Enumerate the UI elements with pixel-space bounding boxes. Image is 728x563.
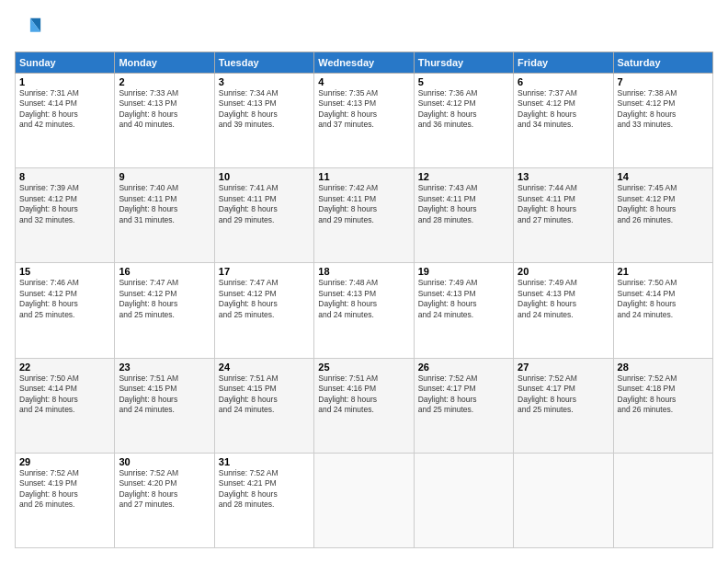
logo-icon: [15, 15, 42, 42]
calendar-cell: 20Sunrise: 7:49 AM Sunset: 4:13 PM Dayli…: [514, 263, 613, 358]
day-info: Sunrise: 7:51 AM Sunset: 4:16 PM Dayligh…: [318, 373, 409, 416]
calendar-cell: 3Sunrise: 7:34 AM Sunset: 4:13 PM Daylig…: [214, 74, 313, 168]
day-info: Sunrise: 7:52 AM Sunset: 4:21 PM Dayligh…: [219, 468, 310, 511]
day-info: Sunrise: 7:48 AM Sunset: 4:13 PM Dayligh…: [318, 278, 409, 320]
day-info: Sunrise: 7:51 AM Sunset: 4:15 PM Dayligh…: [119, 373, 210, 416]
header: [15, 15, 713, 42]
day-number: 14: [618, 171, 709, 182]
day-info: Sunrise: 7:35 AM Sunset: 4:13 PM Dayligh…: [318, 88, 409, 131]
day-info: Sunrise: 7:45 AM Sunset: 4:12 PM Dayligh…: [618, 183, 709, 225]
day-number: 29: [19, 456, 110, 467]
calendar-cell: [414, 453, 513, 547]
day-info: Sunrise: 7:52 AM Sunset: 4:17 PM Dayligh…: [518, 373, 609, 416]
calendar-table: SundayMondayTuesdayWednesdayThursdayFrid…: [15, 52, 713, 548]
day-number: 18: [318, 266, 409, 277]
day-number: 22: [19, 362, 110, 373]
day-info: Sunrise: 7:52 AM Sunset: 4:18 PM Dayligh…: [618, 373, 709, 416]
day-number: 15: [19, 266, 110, 277]
day-number: 5: [418, 76, 509, 87]
day-info: Sunrise: 7:36 AM Sunset: 4:12 PM Dayligh…: [418, 88, 509, 131]
day-number: 2: [119, 76, 210, 87]
day-number: 8: [19, 171, 110, 182]
calendar-cell: 23Sunrise: 7:51 AM Sunset: 4:15 PM Dayli…: [115, 358, 214, 453]
calendar-cell: 21Sunrise: 7:50 AM Sunset: 4:14 PM Dayli…: [613, 263, 712, 358]
calendar-cell: 18Sunrise: 7:48 AM Sunset: 4:13 PM Dayli…: [314, 263, 414, 358]
day-number: 31: [219, 456, 310, 467]
day-info: Sunrise: 7:39 AM Sunset: 4:12 PM Dayligh…: [19, 183, 110, 225]
day-number: 4: [318, 76, 409, 87]
calendar-cell: 9Sunrise: 7:40 AM Sunset: 4:11 PM Daylig…: [115, 168, 214, 263]
week-row-5: 29Sunrise: 7:52 AM Sunset: 4:19 PM Dayli…: [16, 453, 713, 547]
calendar-cell: 25Sunrise: 7:51 AM Sunset: 4:16 PM Dayli…: [314, 358, 414, 453]
calendar-cell: 10Sunrise: 7:41 AM Sunset: 4:11 PM Dayli…: [214, 168, 313, 263]
weekday-friday: Friday: [514, 52, 613, 74]
calendar-cell: 16Sunrise: 7:47 AM Sunset: 4:12 PM Dayli…: [115, 263, 214, 358]
calendar-cell: 27Sunrise: 7:52 AM Sunset: 4:17 PM Dayli…: [514, 358, 613, 453]
day-number: 26: [418, 362, 509, 373]
calendar-cell: 14Sunrise: 7:45 AM Sunset: 4:12 PM Dayli…: [613, 168, 712, 263]
calendar-cell: 13Sunrise: 7:44 AM Sunset: 4:11 PM Dayli…: [514, 168, 613, 263]
day-number: 13: [518, 171, 609, 182]
day-info: Sunrise: 7:49 AM Sunset: 4:13 PM Dayligh…: [518, 278, 609, 320]
day-info: Sunrise: 7:47 AM Sunset: 4:12 PM Dayligh…: [119, 278, 210, 320]
day-info: Sunrise: 7:33 AM Sunset: 4:13 PM Dayligh…: [119, 88, 210, 131]
weekday-monday: Monday: [115, 52, 214, 74]
calendar-cell: 30Sunrise: 7:52 AM Sunset: 4:20 PM Dayli…: [115, 453, 214, 547]
weekday-wednesday: Wednesday: [314, 52, 414, 74]
weekday-tuesday: Tuesday: [214, 52, 313, 74]
day-info: Sunrise: 7:43 AM Sunset: 4:11 PM Dayligh…: [418, 183, 509, 225]
day-info: Sunrise: 7:49 AM Sunset: 4:13 PM Dayligh…: [418, 278, 509, 320]
calendar-cell: 12Sunrise: 7:43 AM Sunset: 4:11 PM Dayli…: [414, 168, 513, 263]
day-number: 1: [19, 76, 110, 87]
calendar-cell: [613, 453, 712, 547]
day-info: Sunrise: 7:42 AM Sunset: 4:11 PM Dayligh…: [318, 183, 409, 225]
day-info: Sunrise: 7:52 AM Sunset: 4:19 PM Dayligh…: [19, 468, 110, 511]
day-number: 6: [518, 76, 609, 87]
day-info: Sunrise: 7:46 AM Sunset: 4:12 PM Dayligh…: [19, 278, 110, 320]
day-info: Sunrise: 7:52 AM Sunset: 4:20 PM Dayligh…: [119, 468, 210, 511]
day-number: 10: [219, 171, 310, 182]
calendar-cell: 11Sunrise: 7:42 AM Sunset: 4:11 PM Dayli…: [314, 168, 414, 263]
calendar-cell: 29Sunrise: 7:52 AM Sunset: 4:19 PM Dayli…: [16, 453, 115, 547]
week-row-4: 22Sunrise: 7:50 AM Sunset: 4:14 PM Dayli…: [16, 358, 713, 453]
day-number: 3: [219, 76, 310, 87]
week-row-3: 15Sunrise: 7:46 AM Sunset: 4:12 PM Dayli…: [16, 263, 713, 358]
day-number: 9: [119, 171, 210, 182]
day-info: Sunrise: 7:44 AM Sunset: 4:11 PM Dayligh…: [518, 183, 609, 225]
day-info: Sunrise: 7:52 AM Sunset: 4:17 PM Dayligh…: [418, 373, 509, 416]
weekday-thursday: Thursday: [414, 52, 513, 74]
calendar-cell: 4Sunrise: 7:35 AM Sunset: 4:13 PM Daylig…: [314, 74, 414, 168]
calendar-cell: 6Sunrise: 7:37 AM Sunset: 4:12 PM Daylig…: [514, 74, 613, 168]
day-info: Sunrise: 7:37 AM Sunset: 4:12 PM Dayligh…: [518, 88, 609, 131]
calendar-body: 1Sunrise: 7:31 AM Sunset: 4:14 PM Daylig…: [16, 74, 713, 548]
day-number: 23: [119, 362, 210, 373]
day-info: Sunrise: 7:40 AM Sunset: 4:11 PM Dayligh…: [119, 183, 210, 225]
calendar-cell: 15Sunrise: 7:46 AM Sunset: 4:12 PM Dayli…: [16, 263, 115, 358]
day-number: 24: [219, 362, 310, 373]
calendar-cell: 8Sunrise: 7:39 AM Sunset: 4:12 PM Daylig…: [16, 168, 115, 263]
calendar-cell: 31Sunrise: 7:52 AM Sunset: 4:21 PM Dayli…: [214, 453, 313, 547]
day-number: 11: [318, 171, 409, 182]
day-number: 27: [518, 362, 609, 373]
weekday-header-row: SundayMondayTuesdayWednesdayThursdayFrid…: [16, 52, 713, 74]
weekday-sunday: Sunday: [16, 52, 115, 74]
week-row-1: 1Sunrise: 7:31 AM Sunset: 4:14 PM Daylig…: [16, 74, 713, 168]
calendar-cell: 24Sunrise: 7:51 AM Sunset: 4:15 PM Dayli…: [214, 358, 313, 453]
day-info: Sunrise: 7:50 AM Sunset: 4:14 PM Dayligh…: [19, 373, 110, 416]
calendar-cell: 1Sunrise: 7:31 AM Sunset: 4:14 PM Daylig…: [16, 74, 115, 168]
calendar-cell: 26Sunrise: 7:52 AM Sunset: 4:17 PM Dayli…: [414, 358, 513, 453]
calendar-cell: 2Sunrise: 7:33 AM Sunset: 4:13 PM Daylig…: [115, 74, 214, 168]
day-info: Sunrise: 7:50 AM Sunset: 4:14 PM Dayligh…: [618, 278, 709, 320]
day-number: 28: [618, 362, 709, 373]
day-info: Sunrise: 7:34 AM Sunset: 4:13 PM Dayligh…: [219, 88, 310, 131]
day-info: Sunrise: 7:31 AM Sunset: 4:14 PM Dayligh…: [19, 88, 110, 131]
calendar-cell: 28Sunrise: 7:52 AM Sunset: 4:18 PM Dayli…: [613, 358, 712, 453]
day-number: 20: [518, 266, 609, 277]
day-number: 16: [119, 266, 210, 277]
day-number: 25: [318, 362, 409, 373]
day-info: Sunrise: 7:41 AM Sunset: 4:11 PM Dayligh…: [219, 183, 310, 225]
calendar-cell: 5Sunrise: 7:36 AM Sunset: 4:12 PM Daylig…: [414, 74, 513, 168]
logo: [15, 15, 46, 42]
calendar-cell: 19Sunrise: 7:49 AM Sunset: 4:13 PM Dayli…: [414, 263, 513, 358]
day-number: 7: [618, 76, 709, 87]
